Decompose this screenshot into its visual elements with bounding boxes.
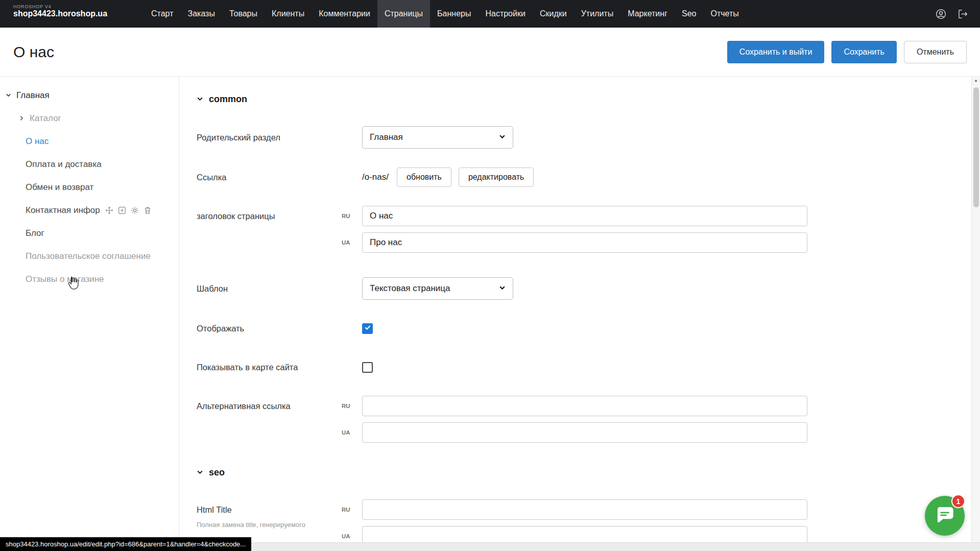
- vertical-scrollbar[interactable]: ▲: [971, 77, 980, 542]
- scroll-up-arrow-icon[interactable]: ▲: [972, 77, 980, 83]
- page-heading-ru-input[interactable]: [362, 206, 807, 226]
- status-url-tooltip: shop34423.horoshop.ua/edit/edit.php?id=6…: [0, 537, 251, 551]
- link-refresh-button[interactable]: обновить: [397, 167, 451, 187]
- chevron-down-icon: [499, 283, 506, 294]
- section-common-label: common: [209, 94, 247, 105]
- menu-clients[interactable]: Клиенты: [265, 0, 312, 28]
- menu-comments[interactable]: Комментарии: [312, 0, 377, 28]
- page-heading-label: заголовок страницы: [197, 206, 342, 226]
- brand-version: HOROSHOP V4: [13, 4, 128, 9]
- lang-tag-ua: UA: [342, 429, 362, 436]
- sidebar-item-label: Отзывы о магазине: [26, 274, 104, 284]
- sidebar-item-label: Обмен и возврат: [26, 182, 93, 193]
- parent-section-label: Родительский раздел: [197, 133, 342, 142]
- chevron-down-icon[interactable]: [197, 94, 203, 105]
- sidebar-item-label: Главная: [16, 90, 50, 101]
- link-label: Ссылка: [197, 173, 342, 182]
- menu-discounts[interactable]: Скидки: [533, 0, 574, 28]
- sidebar-item-catalog[interactable]: Каталог: [0, 107, 179, 130]
- link-edit-button[interactable]: редактировать: [459, 167, 534, 187]
- sidebar-item-about[interactable]: О нас: [0, 130, 179, 153]
- page-header: О нас Сохранить и выйти Сохранить Отмени…: [0, 28, 980, 77]
- chat-widget-button[interactable]: 1: [925, 496, 965, 536]
- sidebar-item-label: Пользовательское соглашение: [26, 251, 151, 261]
- save-and-exit-button[interactable]: Сохранить и выйти: [727, 41, 825, 63]
- chevron-down-icon[interactable]: [5, 92, 12, 99]
- brand-domain: shop34423.horoshop.ua: [13, 9, 128, 18]
- sidebar-item-label: О нас: [26, 136, 49, 147]
- brand[interactable]: HOROSHOP V4 shop34423.horoshop.ua: [0, 0, 128, 28]
- menu-orders[interactable]: Заказы: [180, 0, 222, 28]
- lang-tag-ru: RU: [342, 403, 362, 409]
- sidebar-item-store-reviews[interactable]: Отзывы о магазине: [0, 268, 179, 291]
- sidebar-item-label: Контактная инфор: [26, 205, 100, 215]
- chevron-down-icon: [499, 132, 506, 142]
- check-icon: [364, 324, 371, 333]
- chat-bubble-icon: [935, 505, 955, 527]
- settings-icon[interactable]: [131, 206, 139, 214]
- display-label: Отображать: [197, 324, 342, 333]
- chevron-down-icon[interactable]: [197, 467, 203, 478]
- sidebar-item-exchange-return[interactable]: Обмен и возврат: [0, 176, 179, 199]
- alt-link-label: Альтернативная ссылка: [197, 396, 342, 416]
- sidebar-item-blog[interactable]: Блог: [0, 222, 179, 245]
- chevron-right-icon[interactable]: [18, 115, 25, 122]
- lang-tag-ru: RU: [342, 507, 362, 513]
- add-page-icon[interactable]: [118, 206, 126, 214]
- lang-tag-ua: UA: [342, 533, 362, 539]
- parent-section-value: Главная: [370, 132, 403, 142]
- user-account-icon[interactable]: [935, 8, 947, 20]
- logout-icon[interactable]: [957, 8, 969, 20]
- delete-icon[interactable]: [144, 206, 152, 214]
- scrollbar-thumb[interactable]: [973, 87, 979, 207]
- chat-unread-badge: 1: [951, 494, 965, 508]
- cancel-button[interactable]: Отменить: [904, 41, 967, 63]
- sidebar-item-payment-delivery[interactable]: Оплата и доставка: [0, 153, 179, 176]
- menu-seo[interactable]: Seo: [675, 0, 703, 28]
- display-checkbox[interactable]: [362, 323, 373, 334]
- sidebar-item-label: Блог: [26, 228, 44, 238]
- link-value: /o-nas/: [362, 172, 389, 182]
- html-title-label: Html Title: [197, 499, 342, 520]
- lang-tag-ua: UA: [342, 239, 362, 246]
- menu-reports[interactable]: Отчеты: [703, 0, 746, 28]
- main-menu: Старт Заказы Товары Клиенты Комментарии …: [144, 0, 746, 28]
- parent-section-select[interactable]: Главная: [362, 126, 513, 149]
- sidebar-item-contact-info[interactable]: Контактная инфор: [0, 199, 179, 222]
- html-title-ru-input[interactable]: [362, 499, 807, 520]
- pages-tree-sidebar: Главная Каталог О нас Оплата и доставка …: [0, 77, 179, 551]
- alt-link-ua-input[interactable]: [362, 422, 807, 443]
- template-value: Текстовая страница: [370, 283, 450, 294]
- topbar: HOROSHOP V4 shop34423.horoshop.ua Старт …: [0, 0, 980, 28]
- html-title-hint: Полная замена title, генерируемого: [197, 521, 342, 529]
- section-common[interactable]: common: [197, 94, 980, 105]
- menu-start[interactable]: Старт: [144, 0, 180, 28]
- sidebar-item-label: Каталог: [30, 113, 61, 124]
- sidebar-item-home[interactable]: Главная: [0, 84, 179, 107]
- sitemap-checkbox[interactable]: [362, 362, 373, 373]
- menu-marketing[interactable]: Маркетинг: [620, 0, 675, 28]
- menu-banners[interactable]: Баннеры: [430, 0, 478, 28]
- section-seo[interactable]: seo: [197, 467, 980, 478]
- sidebar-item-label: Оплата и доставка: [26, 159, 102, 170]
- lang-tag-ru: RU: [342, 213, 362, 219]
- template-label: Шаблон: [197, 284, 342, 294]
- section-seo-label: seo: [209, 467, 225, 478]
- page-heading-ua-input[interactable]: [362, 232, 807, 253]
- menu-products[interactable]: Товары: [222, 0, 265, 28]
- menu-pages[interactable]: Страницы: [377, 0, 430, 28]
- template-select[interactable]: Текстовая страница: [362, 277, 513, 300]
- sitemap-label: Показывать в карте сайта: [197, 363, 342, 372]
- move-icon[interactable]: [105, 206, 113, 214]
- menu-settings[interactable]: Настройки: [478, 0, 532, 28]
- menu-utilities[interactable]: Утилиты: [574, 0, 621, 28]
- page-edit-form: common Родительский раздел Главная Ссылк…: [179, 77, 980, 551]
- save-button[interactable]: Сохранить: [831, 41, 897, 63]
- sidebar-item-user-agreement[interactable]: Пользовательское соглашение: [0, 245, 179, 268]
- page-title: О нас: [13, 43, 54, 61]
- alt-link-ru-input[interactable]: [362, 396, 807, 416]
